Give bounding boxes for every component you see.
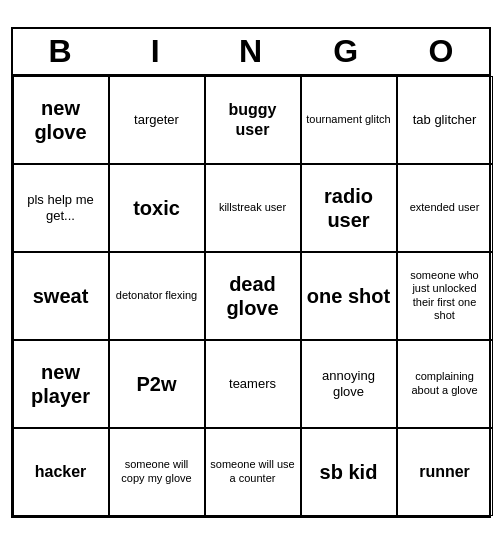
bingo-cell-21[interactable]: someone will copy my glove [109,428,205,516]
header-g: G [298,29,393,74]
bingo-card: B I N G O new glovetargeterbuggy usertou… [11,27,491,518]
bingo-cell-16[interactable]: P2w [109,340,205,428]
bingo-cell-10[interactable]: sweat [13,252,109,340]
bingo-cell-23[interactable]: sb kid [301,428,397,516]
bingo-cell-0[interactable]: new glove [13,76,109,164]
bingo-cell-8[interactable]: radio user [301,164,397,252]
bingo-cell-18[interactable]: annoying glove [301,340,397,428]
bingo-cell-13[interactable]: one shot [301,252,397,340]
header-o: O [393,29,488,74]
header-b: B [13,29,108,74]
bingo-cell-15[interactable]: new player [13,340,109,428]
bingo-grid: new glovetargeterbuggy usertournament gl… [13,76,489,516]
bingo-cell-14[interactable]: someone who just unlocked their first on… [397,252,493,340]
bingo-cell-19[interactable]: complaining about a glove [397,340,493,428]
bingo-cell-17[interactable]: teamers [205,340,301,428]
bingo-header: B I N G O [13,29,489,76]
bingo-cell-5[interactable]: pls help me get... [13,164,109,252]
header-n: N [203,29,298,74]
bingo-cell-7[interactable]: killstreak user [205,164,301,252]
bingo-cell-22[interactable]: someone will use a counter [205,428,301,516]
header-i: I [108,29,203,74]
bingo-cell-20[interactable]: hacker [13,428,109,516]
bingo-cell-1[interactable]: targeter [109,76,205,164]
bingo-cell-11[interactable]: detonator flexing [109,252,205,340]
bingo-cell-24[interactable]: runner [397,428,493,516]
bingo-cell-3[interactable]: tournament glitch [301,76,397,164]
bingo-cell-4[interactable]: tab glitcher [397,76,493,164]
bingo-cell-9[interactable]: extended user [397,164,493,252]
bingo-cell-2[interactable]: buggy user [205,76,301,164]
bingo-cell-12[interactable]: dead glove [205,252,301,340]
bingo-cell-6[interactable]: toxic [109,164,205,252]
